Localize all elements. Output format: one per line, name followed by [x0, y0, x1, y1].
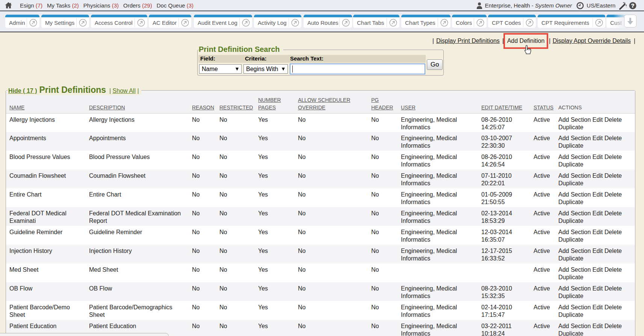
svg-text:?: ?: [631, 2, 635, 8]
